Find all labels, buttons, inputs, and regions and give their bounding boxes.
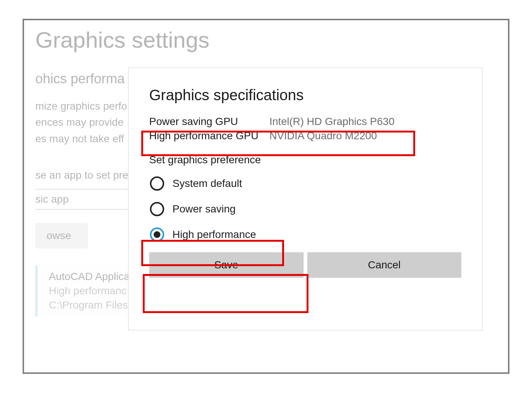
radio-system-default[interactable]: System default <box>149 176 245 191</box>
graphics-specifications-dialog: Graphics specifications Power saving GPU… <box>128 68 482 330</box>
browse-button[interactable]: owse <box>35 223 88 248</box>
radio-power-saving[interactable]: Power saving <box>149 201 239 217</box>
gpu-spec-table: Power saving GPU Intel(R) HD Graphics P6… <box>149 116 461 142</box>
radio-high-performance[interactable]: High performance <box>149 227 259 242</box>
preference-section-label: Set graphics preference <box>149 154 461 166</box>
app-type-dropdown[interactable]: sic app <box>35 189 137 210</box>
radio-icon <box>150 202 164 216</box>
power-gpu-value: Intel(R) HD Graphics P630 <box>269 116 461 128</box>
dialog-title: Graphics specifications <box>149 87 461 104</box>
perf-gpu-label: High performance GPU <box>149 130 269 142</box>
power-gpu-label: Power saving GPU <box>149 116 269 128</box>
save-button[interactable]: Save <box>149 252 304 278</box>
cancel-button[interactable]: Cancel <box>307 252 462 278</box>
radio-dot-icon <box>154 231 160 238</box>
perf-gpu-value: NVIDIA Quadro M2200 <box>269 130 461 142</box>
page-title: Graphics settings <box>35 27 497 53</box>
radio-icon-selected <box>150 227 164 242</box>
dialog-button-row: Save Cancel <box>149 252 461 278</box>
radio-label: Power saving <box>172 203 236 215</box>
radio-icon <box>150 176 164 191</box>
radio-label: High performance <box>172 229 256 241</box>
settings-window: Graphics settings ohics performa mize gr… <box>23 19 509 374</box>
radio-label: System default <box>172 178 242 190</box>
